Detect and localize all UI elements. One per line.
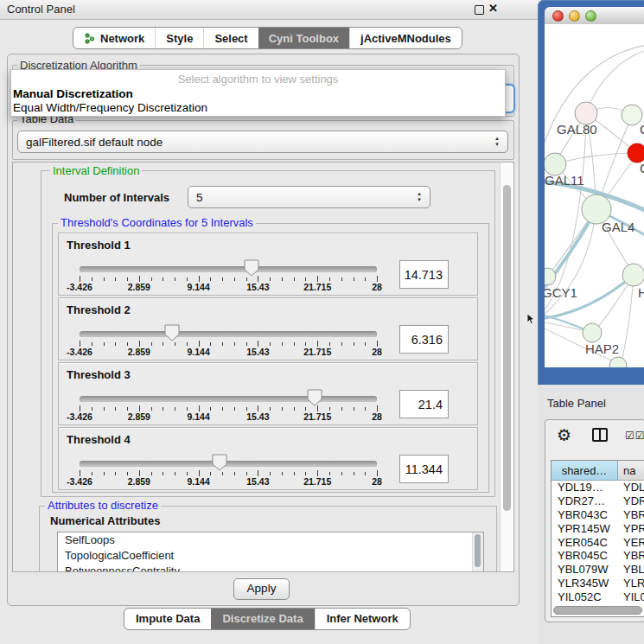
- node-red-selected[interactable]: [628, 143, 644, 163]
- close-icon[interactable]: ✕: [488, 2, 498, 15]
- tab-jactivemnodules[interactable]: jActiveMNodules: [349, 28, 462, 48]
- table-cell[interactable]: YDR2: [618, 494, 644, 508]
- number-of-intervals-value: 5: [196, 191, 203, 204]
- table-cell[interactable]: YER0: [618, 536, 644, 550]
- threshold-1-slider-thumb[interactable]: [244, 259, 259, 277]
- table-row[interactable]: YBL079WYBL0: [552, 563, 644, 577]
- table-cell[interactable]: YIL052C: [552, 590, 618, 604]
- tick-mark: [80, 276, 80, 282]
- tick-mark: [365, 342, 366, 346]
- list-item[interactable]: TopologicalCoefficient: [58, 548, 483, 564]
- table-row[interactable]: YBR043CYBR0: [552, 508, 644, 522]
- node-hap2[interactable]: [583, 323, 602, 342]
- table-cell[interactable]: YLR345W: [552, 577, 618, 590]
- scale-label: 28: [372, 282, 382, 292]
- threshold-2-slider-track[interactable]: [80, 331, 377, 337]
- spinner-up-icon[interactable]: ▲: [417, 191, 422, 196]
- column-header-shared[interactable]: shared…: [552, 461, 618, 481]
- table-row[interactable]: YDR27…YDR2: [552, 494, 644, 508]
- split-view-icon[interactable]: [592, 428, 608, 442]
- table-cell[interactable]: YER054C: [552, 536, 618, 550]
- threshold-2-value-input[interactable]: [399, 325, 449, 354]
- tick-mark: [246, 472, 247, 475]
- node-h[interactable]: [622, 264, 644, 286]
- number-of-intervals-label: Number of Intervals: [64, 191, 169, 204]
- tab-select[interactable]: Select: [203, 28, 258, 48]
- threshold-3-slider-track[interactable]: [80, 396, 377, 402]
- table-cell[interactable]: YIL0: [618, 590, 644, 604]
- threshold-3-slider-thumb[interactable]: [307, 389, 322, 406]
- network-canvas[interactable]: GAL80 G. C GAL11 GAL4 GCY1 H HAP2: [545, 24, 644, 367]
- table-cell[interactable]: YBL079W: [552, 563, 618, 577]
- table-cell[interactable]: YDR27…: [552, 494, 618, 508]
- close-traffic-light-icon[interactable]: [552, 10, 564, 22]
- tab-network[interactable]: Network: [73, 28, 155, 48]
- table-cell[interactable]: YDL19…: [552, 481, 618, 494]
- tick-mark: [210, 277, 211, 281]
- spinner-down-icon[interactable]: ▼: [494, 142, 500, 147]
- panel-scrollbar-thumb[interactable]: [503, 185, 511, 511]
- threshold-1-slider-track[interactable]: [80, 266, 377, 272]
- spinner-arrows-icon[interactable]: ▲ ▼: [417, 191, 422, 203]
- gear-icon[interactable]: ⚙: [557, 425, 571, 445]
- table-cell[interactable]: YLR3: [618, 577, 644, 590]
- dropdown-option-equal-width-frequency[interactable]: Equal Width/Frequency Discretization: [11, 101, 505, 114]
- dropdown-option-manual-discretization[interactable]: Manual Discretization: [11, 87, 505, 100]
- tab-discretize-data[interactable]: Discretize Data: [211, 609, 314, 629]
- tab-cyni-toolbox[interactable]: Cyni Toolbox: [258, 28, 349, 48]
- tick-mark: [270, 472, 271, 475]
- tick-mark: [199, 470, 200, 476]
- threshold-3-value-input[interactable]: [399, 390, 449, 418]
- horizontal-scrollbar[interactable]: [552, 606, 643, 614]
- minimize-traffic-light-icon[interactable]: [569, 10, 580, 22]
- threshold-2-slider-thumb[interactable]: [164, 324, 180, 341]
- list-scrollbar[interactable]: [472, 532, 483, 572]
- network-window-titlebar[interactable]: [545, 7, 644, 25]
- table-row[interactable]: YBR045CYBR0: [552, 549, 644, 563]
- tick-mark: [104, 277, 105, 281]
- zoom-traffic-light-icon[interactable]: [585, 10, 596, 22]
- node-partial[interactable]: [609, 357, 627, 367]
- tab-impute-data[interactable]: Impute Data: [124, 609, 211, 629]
- threshold-4-slider-track[interactable]: [80, 461, 377, 467]
- table-data-combobox[interactable]: galFiltered.sif default node ▲ ▼: [17, 131, 508, 153]
- table-row[interactable]: YER054CYER0: [552, 536, 644, 550]
- number-of-intervals-combobox[interactable]: 5 ▲ ▼: [188, 186, 430, 208]
- table-cell[interactable]: YBR0: [618, 549, 644, 563]
- table-row[interactable]: YIL052CYIL0: [552, 590, 644, 604]
- threshold-4-slider-thumb[interactable]: [212, 454, 227, 471]
- table-cell[interactable]: YBL0: [618, 563, 644, 577]
- node-label: HAP2: [585, 341, 619, 356]
- table-row[interactable]: YLR345WYLR3: [552, 577, 644, 590]
- tab-infer-network[interactable]: Infer Network: [315, 609, 410, 629]
- thresholds-group-label: Threshold's Coordinates for 5 Intervals: [58, 216, 256, 229]
- spinner-down-icon[interactable]: ▼: [417, 197, 422, 202]
- spinner-up-icon[interactable]: ▲: [494, 136, 500, 141]
- spinner-arrows-icon[interactable]: ▲ ▼: [494, 136, 500, 148]
- table-cell[interactable]: YBR0: [618, 508, 644, 522]
- table-cell[interactable]: YBR045C: [552, 549, 618, 563]
- horizontal-scrollbar-thumb[interactable]: [553, 606, 642, 615]
- panel-scrollbar[interactable]: [500, 163, 513, 571]
- table-row[interactable]: YPR145WYPR1: [552, 522, 644, 536]
- node-gcy1[interactable]: [545, 268, 556, 285]
- table-cell[interactable]: YPR1: [618, 522, 644, 536]
- table-row[interactable]: YDL19…YDL1: [552, 481, 644, 494]
- table-cell[interactable]: YPR145W: [552, 522, 618, 536]
- threshold-4-value-input[interactable]: [399, 455, 449, 483]
- list-item[interactable]: SelfLoops: [58, 532, 483, 548]
- table-cell[interactable]: YBR043C: [552, 508, 618, 522]
- tab-style[interactable]: Style: [155, 28, 203, 48]
- apply-button[interactable]: Apply: [233, 578, 290, 600]
- table-cell[interactable]: YDL1: [618, 481, 644, 494]
- threshold-1-value-input[interactable]: [399, 260, 449, 289]
- list-item[interactable]: BetweennessCentrality: [58, 564, 483, 572]
- tick-mark: [329, 407, 330, 411]
- float-window-icon[interactable]: [475, 5, 484, 15]
- column-header-name[interactable]: na: [618, 461, 644, 481]
- checkbox-columns-icon[interactable]: ☑☑: [625, 430, 644, 442]
- list-scrollbar-thumb[interactable]: [475, 534, 481, 567]
- tick-mark: [115, 277, 116, 281]
- tick-mark: [151, 342, 152, 346]
- tick-mark: [92, 277, 92, 281]
